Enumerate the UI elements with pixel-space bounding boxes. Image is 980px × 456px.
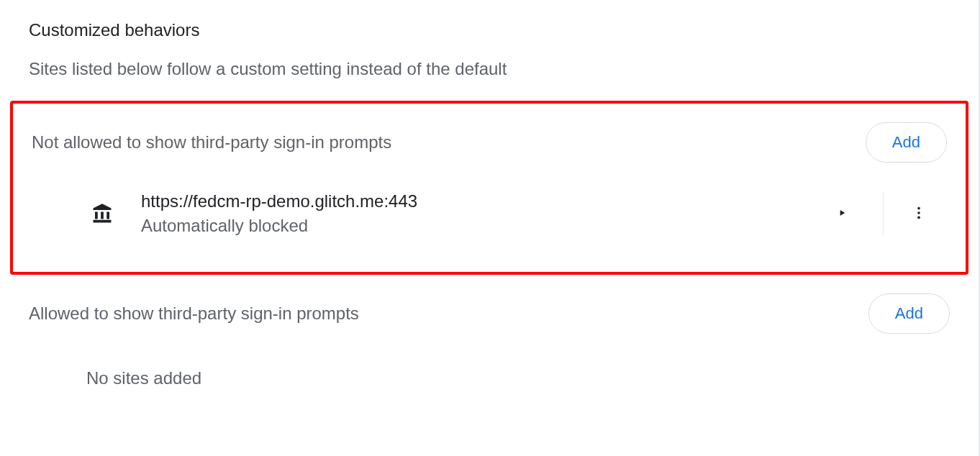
not-allowed-section-highlight: Not allowed to show third-party sign-in …: [10, 101, 968, 275]
allowed-section: Allowed to show third-party sign-in prom…: [29, 293, 950, 388]
site-url: https://fedcm-rp-demo.glitch.me:443: [141, 191, 815, 211]
add-not-allowed-button[interactable]: Add: [866, 122, 947, 163]
more-actions-button[interactable]: [898, 195, 940, 233]
more-vert-icon: [911, 205, 927, 223]
allowed-label: Allowed to show third-party sign-in prom…: [29, 304, 359, 324]
arrow-right-icon: [837, 208, 847, 220]
site-status: Automatically blocked: [141, 216, 815, 236]
expand-arrow-button[interactable]: [815, 198, 868, 230]
customized-behaviors-title: Customized behaviors: [29, 20, 950, 40]
customized-behaviors-description: Sites listed below follow a custom setti…: [29, 59, 950, 79]
site-row[interactable]: https://fedcm-rp-demo.glitch.me:443 Auto…: [32, 191, 947, 236]
add-allowed-button[interactable]: Add: [868, 293, 950, 334]
site-icon: [89, 201, 115, 227]
no-sites-added-message: No sites added: [29, 368, 950, 388]
svg-point-2: [917, 216, 920, 219]
svg-point-0: [917, 206, 920, 209]
vertical-divider: [883, 192, 884, 235]
not-allowed-label: Not allowed to show third-party sign-in …: [32, 132, 391, 152]
svg-point-1: [917, 211, 920, 214]
